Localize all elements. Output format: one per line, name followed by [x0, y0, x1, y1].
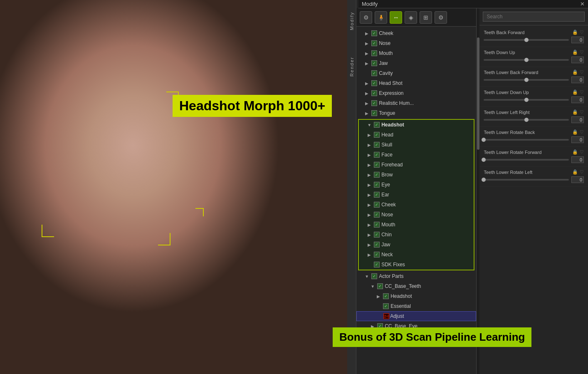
arrow-neck[interactable] — [366, 252, 372, 258]
checkbox-sdk-fixes[interactable] — [374, 262, 380, 267]
arrow-headshot-teeth[interactable] — [376, 293, 381, 299]
prop-slider-teeth-back-forward[interactable] — [484, 39, 569, 41]
lock-icon[interactable]: 🔒 — [572, 149, 578, 155]
prop-value-teeth-lower-down-up[interactable]: 0 — [571, 97, 584, 103]
tree-item-skull[interactable]: Skull — [359, 140, 473, 150]
tree-scrollbar[interactable] — [477, 0, 480, 374]
tree-item-neck[interactable]: Neck — [359, 250, 473, 260]
arrow-skull[interactable] — [366, 142, 372, 148]
checkbox-headshot-group[interactable] — [374, 122, 380, 128]
checkbox-cavity[interactable] — [371, 70, 377, 76]
arrow-mouth[interactable] — [366, 222, 372, 228]
checkbox-cc-base-teeth[interactable] — [377, 283, 383, 289]
tree-item-chin[interactable]: Chin — [359, 230, 473, 240]
checkbox-neck[interactable] — [374, 252, 380, 258]
close-icon[interactable]: ✕ — [580, 1, 585, 7]
tree-item-eye[interactable]: Eye — [359, 180, 473, 190]
lock-icon[interactable]: 🔒 — [572, 69, 578, 75]
tree-item-forehead[interactable]: Forehead — [359, 160, 473, 170]
heart-icon[interactable]: ♡ — [580, 109, 584, 115]
tree-item-brow[interactable]: Brow — [359, 170, 473, 180]
checkbox-cheek-top[interactable] — [371, 30, 377, 36]
lock-icon[interactable]: 🔒 — [572, 50, 578, 55]
tree-item-jaw-top[interactable]: Jaw — [356, 58, 476, 68]
prop-thumb-teeth-lower-rotate-left[interactable] — [482, 178, 486, 182]
prop-thumb-teeth-down-up[interactable] — [524, 58, 529, 62]
checkbox-mouth-top[interactable] — [371, 50, 377, 56]
checkbox-mouth[interactable] — [374, 222, 380, 228]
arrow-chin[interactable] — [366, 232, 372, 238]
prop-value-teeth-lower-rotate-forward[interactable]: 0 — [571, 156, 584, 163]
prop-slider-teeth-lower-rotate-back[interactable] — [484, 139, 569, 141]
arrow-realistic[interactable] — [364, 100, 370, 106]
checkbox-realistic[interactable] — [371, 100, 377, 106]
tree-item-nose[interactable]: Nose — [359, 210, 473, 220]
tree-item-cheek-top[interactable]: Cheek — [356, 28, 476, 38]
checkbox-skull[interactable] — [374, 142, 380, 148]
checkbox-cheek[interactable] — [374, 202, 380, 208]
tool-transform[interactable]: ↔ — [390, 11, 402, 24]
tree-item-ear[interactable]: Ear — [359, 190, 473, 200]
arrow-actor-parts[interactable] — [364, 273, 370, 279]
tree-item-sdk-fixes[interactable]: SDK Fixes — [359, 260, 473, 270]
checkbox-brow[interactable] — [374, 172, 380, 178]
heart-icon[interactable]: ♡ — [580, 129, 584, 135]
checkbox-jaw-top[interactable] — [371, 60, 377, 66]
arrow-face[interactable] — [366, 152, 372, 158]
tree-item-face[interactable]: Face — [359, 150, 473, 160]
checkbox-eye[interactable] — [374, 182, 380, 188]
arrow-jaw[interactable] — [366, 242, 372, 248]
checkbox-head[interactable] — [374, 132, 380, 138]
prop-value-teeth-lower-back-forward[interactable]: 0 — [571, 77, 584, 83]
checkbox-forehead[interactable] — [374, 162, 380, 168]
tool-morph[interactable]: ◈ — [405, 11, 417, 24]
arrow-eye[interactable] — [366, 182, 372, 188]
tool-settings[interactable]: ⚙ — [435, 11, 447, 24]
checkbox-actor-parts[interactable] — [371, 273, 377, 279]
arrow-head[interactable] — [366, 132, 372, 138]
arrow-nose[interactable] — [366, 212, 372, 218]
arrow-expression[interactable] — [364, 90, 370, 96]
tool-adjust[interactable]: ⚙ — [360, 11, 372, 24]
viewport[interactable] — [0, 0, 347, 374]
prop-slider-teeth-lower-rotate-forward[interactable] — [484, 159, 569, 161]
arrow-headshot-group[interactable] — [366, 122, 372, 128]
checkbox-headshot-teeth[interactable] — [383, 293, 389, 299]
arrow-ear[interactable] — [366, 192, 372, 198]
prop-slider-teeth-lower-down-up[interactable] — [484, 99, 569, 101]
prop-value-teeth-lower-rotate-back[interactable]: 0 — [571, 136, 584, 143]
tree-item-cheek[interactable]: Cheek — [359, 200, 473, 210]
arrow-brow[interactable] — [366, 172, 372, 178]
prop-slider-teeth-lower-rotate-left[interactable] — [484, 179, 569, 181]
prop-slider-teeth-lower-left-right[interactable] — [484, 119, 569, 121]
lock-icon[interactable]: 🔒 — [572, 169, 578, 175]
tree-item-nose-top[interactable]: Nose — [356, 38, 476, 48]
heart-icon[interactable]: ♡ — [580, 89, 584, 95]
search-input[interactable] — [483, 12, 585, 22]
arrow-mouth-top[interactable] — [364, 50, 370, 56]
prop-slider-teeth-down-up[interactable] — [484, 59, 569, 61]
lock-icon[interactable]: 🔒 — [572, 89, 578, 95]
checkbox-essential[interactable] — [383, 303, 389, 309]
tree-scrollbar-thumb[interactable] — [477, 37, 479, 150]
tree-item-actor-parts[interactable]: Actor Parts — [356, 271, 476, 281]
arrow-jaw-top[interactable] — [364, 60, 370, 66]
prop-value-teeth-back-forward[interactable]: 0 — [571, 37, 584, 43]
tree-list[interactable]: CheekNoseMouthJawCavityHead ShotExpressi… — [356, 27, 476, 374]
arrow-nose-top[interactable] — [364, 40, 370, 46]
prop-thumb-teeth-lower-back-forward[interactable] — [524, 78, 529, 82]
tree-item-tongue[interactable]: Tongue — [356, 108, 476, 118]
tree-item-essential[interactable]: Essential — [356, 301, 476, 311]
tree-item-cavity[interactable]: Cavity — [356, 68, 476, 78]
checkbox-adjust-item[interactable]: ⊘ — [383, 313, 389, 319]
arrow-forehead[interactable] — [366, 162, 372, 168]
prop-thumb-teeth-lower-rotate-forward[interactable] — [482, 158, 486, 162]
tool-figure[interactable]: 🧍 — [375, 11, 387, 24]
prop-value-teeth-lower-left-right[interactable]: 0 — [571, 116, 584, 123]
checkbox-tongue[interactable] — [371, 110, 377, 116]
tree-item-headshot-top[interactable]: Head Shot — [356, 78, 476, 88]
prop-slider-teeth-lower-back-forward[interactable] — [484, 79, 569, 81]
tool-grid[interactable]: ⊞ — [420, 11, 432, 24]
heart-icon[interactable]: ♡ — [580, 30, 584, 35]
heart-icon[interactable]: ♡ — [580, 149, 584, 155]
